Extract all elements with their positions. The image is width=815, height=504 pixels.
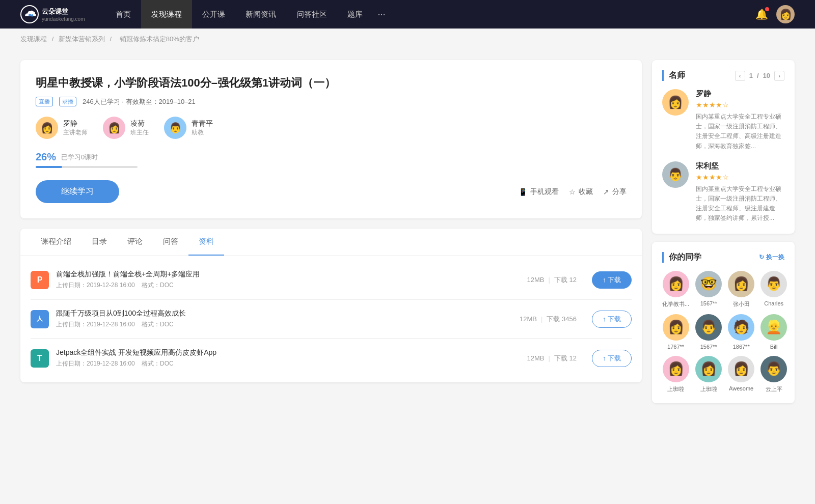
classmates-header: 你的同学 ↻ 换一换	[669, 252, 784, 263]
classmate-3[interactable]: 👨 Charles	[760, 271, 787, 308]
classmate-6[interactable]: 🧑 1867**	[728, 314, 754, 350]
user-avatar[interactable]: 👩	[776, 5, 795, 23]
nav-home[interactable]: 首页	[105, 0, 141, 29]
sidebar-teacher-avatar-0: 👩	[662, 89, 689, 116]
mobile-watch-button[interactable]: 📱 手机观看	[519, 187, 559, 197]
nav-discover[interactable]: 发现课程	[141, 0, 192, 29]
breadcrumb-sep2: /	[110, 35, 113, 43]
sidebar-teacher-stars-1: ★★★★☆	[696, 173, 784, 181]
tab-qa[interactable]: 问答	[153, 229, 188, 256]
course-meta: 直播 录播 246人已学习 · 有效期至：2019–10–21	[36, 97, 627, 106]
nav-quiz[interactable]: 题库	[337, 0, 373, 29]
teacher-role-1: 班主任	[130, 128, 149, 137]
pagination: ‹ 1 / 10 ›	[735, 71, 784, 81]
classmate-avatar-7: 👱	[760, 314, 787, 341]
share-button[interactable]: ↗ 分享	[603, 187, 627, 197]
teacher-info-1: 凌荷 班主任	[130, 119, 149, 137]
resource-name-0: 前端全栈加强版！前端全栈+全周期+多端应用	[56, 270, 511, 279]
resource-meta-0: 上传日期：2019-12-28 16:00 格式：DOC	[56, 281, 511, 290]
tab-catalog[interactable]: 目录	[82, 229, 117, 256]
classmate-name-1: 1567**	[695, 300, 722, 306]
classmate-1[interactable]: 🤓 1567**	[695, 271, 722, 308]
collect-label: 收藏	[579, 187, 593, 197]
nav-news[interactable]: 新闻资讯	[235, 0, 286, 29]
breadcrumb-discover[interactable]: 发现课程	[20, 35, 47, 43]
page-sep: /	[757, 72, 759, 79]
badge-live: 直播	[36, 97, 53, 106]
sidebar-teacher-1: 👨 宋利坚 ★★★★☆ 国内某重点大学安全工程专业硕士，国家一级注册消防工程师、…	[662, 161, 784, 223]
teachers-section: 👩 罗静 主讲老师 👩 凌荷 班主任 👨 青青平	[36, 117, 627, 139]
classmate-9[interactable]: 👩 上班啦	[695, 356, 722, 393]
share-label: 分享	[612, 187, 627, 197]
classmate-avatar-6: 🧑	[728, 314, 754, 341]
nav-qa[interactable]: 问答社区	[286, 0, 337, 29]
classmate-11[interactable]: 👨 云上平	[760, 356, 787, 393]
classmates-card: 你的同学 ↻ 换一换 👩 化学教书... 🤓 1567**	[652, 242, 795, 403]
refresh-icon: ↻	[759, 254, 764, 261]
logo-icon	[20, 5, 39, 23]
classmates-title-text: 你的同学	[669, 252, 701, 263]
download-button-1[interactable]: ↑ 下载	[592, 311, 632, 328]
sidebar-teacher-info-0: 罗静 ★★★★☆ 国内某重点大学安全工程专业硕士，国家一级注册消防工程师、注册安…	[696, 89, 784, 151]
sidebar-teacher-name-0: 罗静	[696, 89, 784, 99]
resource-date-1: 上传日期：2019-12-28 16:00	[56, 321, 135, 328]
main-nav: 首页 发现课程 公开课 新闻资讯 问答社区 题库 ···	[105, 0, 391, 29]
sidebar-teacher-stars-0: ★★★★☆	[696, 101, 784, 109]
nav-public[interactable]: 公开课	[192, 0, 235, 29]
download-button-2[interactable]: ↑ 下载	[592, 350, 632, 367]
main-content: 明星中教授课，小学阶段语法100分–强化级第1讲动词（一） 直播 录播 246人…	[0, 50, 815, 422]
continue-button[interactable]: 继续学习	[36, 180, 119, 203]
resource-name-1: 跟随千万级项目从0到100全过程高效成长	[56, 309, 504, 318]
tabs-bar: 课程介绍 目录 评论 问答 资料	[20, 229, 642, 256]
classmate-7[interactable]: 👱 Bill	[760, 314, 787, 350]
left-content: 明星中教授课，小学阶段语法100分–强化级第1讲动词（一） 直播 录播 246人…	[20, 60, 642, 411]
tab-review[interactable]: 评论	[117, 229, 153, 256]
classmate-5[interactable]: 👨 1567**	[695, 314, 722, 350]
teachers-sidebar-card: 名师 ‹ 1 / 10 › 👩 罗静 ★★★★☆ 国内某重点大学安全工程专业硕士…	[652, 60, 795, 234]
tab-intro[interactable]: 课程介绍	[31, 229, 82, 256]
nav-more[interactable]: ···	[373, 0, 391, 29]
resource-date-0: 上传日期：2019-12-28 16:00	[56, 282, 135, 289]
sep-0: |	[548, 276, 550, 284]
classmate-10[interactable]: 👩 Awesome	[728, 356, 754, 393]
prev-page-button[interactable]: ‹	[735, 71, 745, 81]
resource-list: P 前端全栈加强版！前端全栈+全周期+多端应用 上传日期：2019-12-28 …	[20, 256, 642, 382]
classmate-avatar-4: 👩	[663, 314, 689, 341]
teacher-role-2: 助教	[192, 128, 213, 137]
breadcrumb-series[interactable]: 新媒体营销系列	[59, 35, 105, 43]
classmate-4[interactable]: 👩 1767**	[662, 314, 689, 350]
teacher-info-0: 罗静 主讲老师	[63, 119, 88, 137]
tab-resource[interactable]: 资料	[188, 229, 224, 256]
resource-info-1: 跟随千万级项目从0到100全过程高效成长 上传日期：2019-12-28 16:…	[56, 309, 504, 329]
tabs-card: 课程介绍 目录 评论 问答 资料 P 前端全栈加强版！前端全栈+全周期+多端应用…	[20, 229, 642, 382]
next-page-button[interactable]: ›	[774, 71, 784, 81]
refresh-label: 换一换	[766, 253, 784, 262]
classmate-0[interactable]: 👩 化学教书...	[662, 271, 689, 308]
sidebar-teacher-info-1: 宋利坚 ★★★★☆ 国内某重点大学安全工程专业硕士，国家一级注册消防工程师、注册…	[696, 161, 784, 223]
resource-meta-1: 上传日期：2019-12-28 16:00 格式：DOC	[56, 320, 504, 329]
classmate-2[interactable]: 👩 张小田	[728, 271, 754, 308]
teachers-title-text: 名师	[669, 70, 685, 81]
resource-info-2: Jetpack全组件实战 开发短视频应用高仿皮皮虾App 上传日期：2019-1…	[56, 348, 511, 368]
classmate-8[interactable]: 👩 上班啦	[662, 356, 689, 393]
sidebar-teacher-desc-1: 国内某重点大学安全工程专业硕士，国家一级注册消防工程师、注册安全工程师、级注册建…	[696, 184, 784, 223]
resource-size-0: 12MB	[527, 276, 544, 284]
share-icon: ↗	[603, 188, 609, 196]
download-button-0[interactable]: ↑ 下载	[592, 271, 632, 289]
classmate-name-8: 上班啦	[662, 385, 689, 393]
badge-record: 录播	[59, 97, 76, 106]
sidebar-teacher-desc-0: 国内某重点大学安全工程专业硕士，国家一级注册消防工程师、注册安全工程师、高级注册…	[696, 112, 784, 151]
refresh-button[interactable]: ↻ 换一换	[759, 253, 784, 262]
resource-stats-2: 12MB | 下载 12	[527, 354, 576, 363]
classmate-avatar-10: 👩	[728, 356, 754, 382]
breadcrumb-sep1: /	[52, 35, 56, 43]
logo[interactable]: 云朵课堂 yundaoketang.com	[20, 5, 85, 23]
resource-icon-2: T	[31, 349, 49, 368]
classmates-title: 你的同学 ↻ 换一换	[662, 252, 784, 263]
classmate-avatar-8: 👩	[663, 356, 689, 382]
classmate-name-2: 张小田	[728, 300, 754, 308]
collect-button[interactable]: ☆ 收藏	[569, 187, 593, 197]
bell-icon[interactable]: 🔔	[755, 8, 768, 20]
header-right: 🔔 👩	[755, 5, 795, 23]
resource-item-2: T Jetpack全组件实战 开发短视频应用高仿皮皮虾App 上传日期：2019…	[31, 339, 632, 377]
